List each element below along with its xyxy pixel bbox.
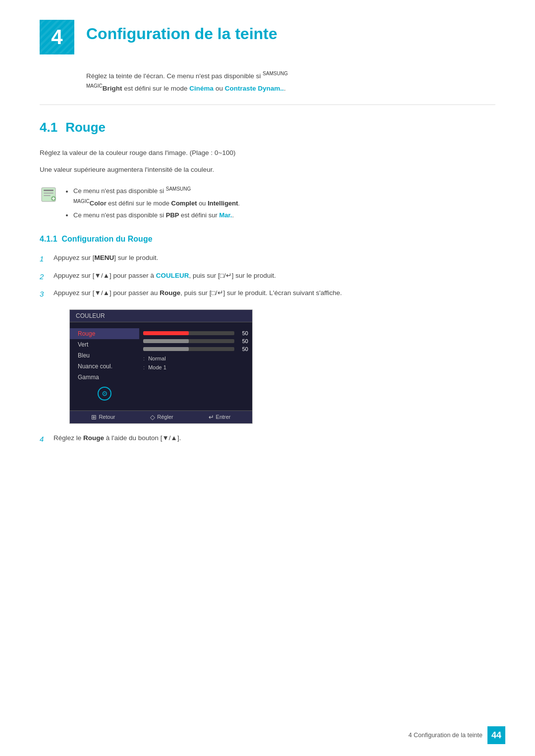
note2-mar: Mar. bbox=[219, 211, 232, 219]
chapter-title: Configuration de la teinte bbox=[86, 20, 277, 43]
step4-bold: Rouge bbox=[83, 434, 104, 442]
svg-rect-3 bbox=[44, 195, 51, 196]
menu-btn-regler: ◇ Régler bbox=[150, 413, 173, 421]
chapter-desc-part3: ou bbox=[214, 85, 225, 92]
slider-value-gray1: 50 bbox=[237, 338, 248, 344]
step-number-4: 4 bbox=[40, 433, 49, 446]
regler-icon: ◇ bbox=[150, 413, 155, 421]
regler-label: Régler bbox=[157, 414, 173, 420]
subsection-4-1-1-header: 4.1.1 Configuration du Rouge bbox=[40, 235, 495, 244]
bright-label: Bright bbox=[103, 85, 122, 92]
menu-body: Rouge Vert Bleu Nuance coul. Gamma ⚙ 50 bbox=[70, 322, 252, 410]
section-body-1: Réglez la valeur de la couleur rouge dan… bbox=[40, 147, 495, 159]
entrer-icon: ↵ bbox=[209, 413, 214, 421]
menu-btn-retour: ⊞ Retour bbox=[91, 413, 115, 421]
menu-right: 50 50 50 : bbox=[139, 326, 252, 406]
note-item-2: Ce menu n'est pas disponible si PBP est … bbox=[73, 209, 240, 221]
note-item-1: Ce menu n'est pas disponible si SAMSUNGM… bbox=[73, 185, 240, 209]
note1-part2: est défini sur le mode bbox=[107, 200, 171, 207]
monitor-screenshot: COULEUR Rouge Vert Bleu Nuance coul. Gam… bbox=[69, 309, 253, 424]
step2-bold: COULEUR bbox=[156, 272, 189, 279]
note2-part2: est défini sur bbox=[179, 211, 219, 219]
slider-fill-gray1 bbox=[143, 339, 189, 343]
note1-complet: Complet bbox=[171, 200, 197, 207]
menu-btn-entrer: ↵ Entrer bbox=[209, 413, 231, 421]
section-number: 4.1 bbox=[40, 120, 57, 135]
slider-row-gray2: 50 bbox=[143, 346, 248, 352]
slider-row-red: 50 bbox=[143, 330, 248, 336]
step1-bold: MENU bbox=[95, 254, 114, 261]
step-item-4: 4 Réglez le Rouge à l'aide du bouton [▼/… bbox=[40, 433, 495, 446]
section-4-1-header: 4.1 Rouge bbox=[40, 120, 495, 135]
step-list: 1 Appuyez sur [MENU] sur le produit. 2 A… bbox=[40, 252, 495, 301]
menu-left: Rouge Vert Bleu Nuance coul. Gamma ⚙ bbox=[70, 326, 139, 406]
note1-intelligent: Intelligent bbox=[208, 200, 238, 207]
chapter-description: Réglez la teinte de l'écran. Ce menu n'e… bbox=[86, 69, 495, 95]
chapter-desc-part4: . bbox=[284, 85, 286, 92]
menu-text-row-mode1: : Mode 1 bbox=[143, 363, 248, 372]
step-text-1: Appuyez sur [MENU] sur le produit. bbox=[54, 252, 495, 264]
subsection-title-text: Configuration du Rouge bbox=[61, 235, 152, 243]
page-footer: 4 Configuration de la teinte 44 bbox=[409, 726, 505, 744]
slider-fill-red bbox=[143, 331, 189, 335]
menu-title-bar: COULEUR bbox=[70, 310, 252, 322]
page-number: 44 bbox=[491, 730, 501, 741]
menu-item-gamma: Gamma bbox=[70, 372, 139, 383]
menu-icon-area: ⚙ bbox=[70, 383, 139, 404]
step3-bold: Rouge bbox=[160, 289, 180, 297]
retour-icon: ⊞ bbox=[91, 413, 97, 421]
note1-color: Color bbox=[90, 200, 107, 207]
slider-value-gray2: 50 bbox=[237, 346, 248, 352]
slider-fill-gray2 bbox=[143, 347, 189, 351]
menu-text-value-normal: Normal bbox=[148, 355, 165, 361]
note2-end: . bbox=[232, 211, 234, 219]
entrer-label: Entrer bbox=[216, 414, 231, 420]
step3-part1: Appuyez sur [▼/▲] pour passer au bbox=[54, 289, 160, 297]
section-body-2: Une valeur supérieure augmentera l'inten… bbox=[40, 164, 495, 176]
step1-part1: Appuyez sur [ bbox=[54, 254, 95, 261]
step-text-2: Appuyez sur [▼/▲] pour passer à COULEUR,… bbox=[54, 270, 495, 282]
subsection-number: 4.1.1 bbox=[40, 235, 57, 243]
page-container: 4 Configuration de la teinte Réglez la t… bbox=[0, 0, 535, 756]
contraste-label: Contraste Dynam.. bbox=[225, 85, 284, 92]
step-number-1: 1 bbox=[40, 252, 49, 265]
note1-part1: Ce menu n'est pas disponible si bbox=[73, 188, 166, 195]
gear-icon: ⚙ bbox=[98, 387, 111, 401]
slider-value-red: 50 bbox=[237, 330, 248, 336]
menu-item-rouge: Rouge bbox=[70, 328, 139, 339]
note-content: Ce menu n'est pas disponible si SAMSUNGM… bbox=[64, 185, 240, 221]
chapter-number: 4 bbox=[51, 25, 62, 49]
step-item-1: 1 Appuyez sur [MENU] sur le produit. bbox=[40, 252, 495, 265]
menu-item-nuance: Nuance coul. bbox=[70, 361, 139, 372]
chapter-desc-part1: Réglez la teinte de l'écran. Ce menu n'e… bbox=[86, 72, 263, 80]
footer-chapter-ref: 4 Configuration de la teinte bbox=[409, 732, 482, 739]
step-number-2: 2 bbox=[40, 270, 49, 283]
note1-end: . bbox=[238, 200, 240, 207]
step-list-4: 4 Réglez le Rouge à l'aide du bouton [▼/… bbox=[40, 433, 495, 446]
step4-part1: Réglez le bbox=[54, 434, 83, 442]
note1-ou: ou bbox=[197, 200, 208, 207]
step-text-3: Appuyez sur [▼/▲] pour passer au Rouge, … bbox=[54, 288, 495, 299]
menu-text-label-mode1: : bbox=[143, 364, 145, 370]
note-icon bbox=[40, 186, 57, 203]
step2-part1: Appuyez sur [▼/▲] pour passer à bbox=[54, 272, 156, 279]
step3-part2: , puis sur [□/↵] sur le produit. L'écran… bbox=[180, 289, 342, 297]
step-item-2: 2 Appuyez sur [▼/▲] pour passer à COULEU… bbox=[40, 270, 495, 283]
menu-item-vert: Vert bbox=[70, 339, 139, 350]
chapter-number-box: 4 bbox=[40, 20, 74, 54]
step-number-3: 3 bbox=[40, 288, 49, 301]
svg-rect-2 bbox=[44, 193, 54, 194]
menu-item-bleu: Bleu bbox=[70, 350, 139, 361]
step-item-3: 3 Appuyez sur [▼/▲] pour passer au Rouge… bbox=[40, 288, 495, 301]
chapter-divider bbox=[40, 104, 495, 105]
menu-text-row-normal: : Normal bbox=[143, 354, 248, 363]
menu-title: COULEUR bbox=[76, 312, 105, 319]
note-list: Ce menu n'est pas disponible si SAMSUNGM… bbox=[64, 185, 240, 221]
chapter-header: 4 Configuration de la teinte bbox=[40, 20, 495, 54]
slider-bar-gray1 bbox=[143, 339, 234, 343]
page-number-box: 44 bbox=[487, 726, 505, 744]
section-title-text: Rouge bbox=[65, 120, 106, 135]
slider-bar-red bbox=[143, 331, 234, 335]
slider-row-gray1: 50 bbox=[143, 338, 248, 344]
note-box: Ce menu n'est pas disponible si SAMSUNGM… bbox=[40, 185, 495, 221]
